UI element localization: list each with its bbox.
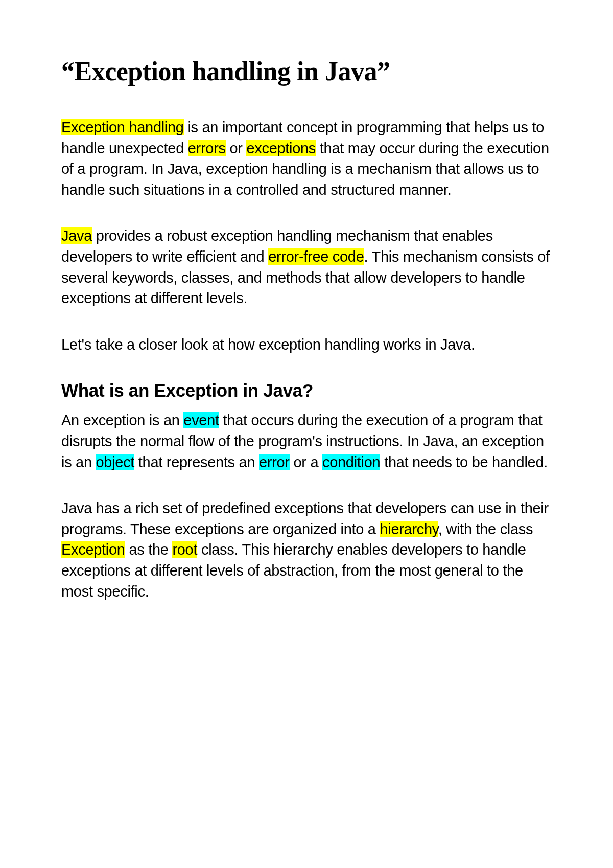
highlight-object: object bbox=[96, 454, 135, 470]
highlight-hierarchy: hierarchy bbox=[380, 521, 438, 537]
highlight-errors: errors bbox=[188, 140, 226, 156]
paragraph-4: An exception is an event that occurs dur… bbox=[61, 410, 552, 472]
text: as the bbox=[125, 541, 173, 558]
highlight-java: Java bbox=[61, 227, 92, 244]
page-title: “Exception handling in Java” bbox=[61, 56, 552, 86]
paragraph-2: Java provides a robust exception handlin… bbox=[61, 225, 552, 308]
text: that needs to be handled. bbox=[380, 454, 548, 470]
highlight-root: root bbox=[172, 541, 197, 558]
highlight-exception-handling: Exception handling bbox=[61, 119, 184, 135]
paragraph-1: Exception handling is an important conce… bbox=[61, 117, 552, 200]
highlight-exceptions: exceptions bbox=[246, 140, 316, 156]
highlight-error: error bbox=[259, 454, 290, 470]
text: that represents an bbox=[134, 454, 259, 470]
paragraph-5: Java has a rich set of predefined except… bbox=[61, 498, 552, 602]
text: An exception is an bbox=[61, 412, 183, 428]
highlight-error-free-code: error-free code bbox=[268, 248, 364, 265]
highlight-event: event bbox=[183, 412, 219, 428]
text: Let's take a closer look at how exceptio… bbox=[61, 336, 475, 353]
text: , with the class bbox=[438, 521, 533, 537]
section-heading: What is an Exception in Java? bbox=[61, 380, 552, 401]
text: or bbox=[226, 140, 247, 156]
paragraph-3: Let's take a closer look at how exceptio… bbox=[61, 334, 552, 355]
highlight-condition: condition bbox=[322, 454, 380, 470]
highlight-exception-class: Exception bbox=[61, 541, 125, 558]
text: or a bbox=[290, 454, 322, 470]
